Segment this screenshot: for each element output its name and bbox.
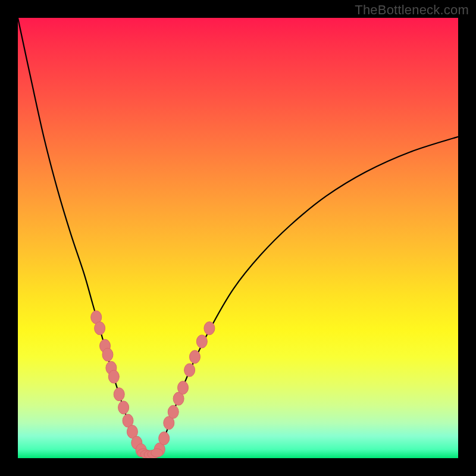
data-marker bbox=[184, 364, 195, 377]
data-marker bbox=[118, 401, 129, 414]
bottom-cluster-markers bbox=[137, 449, 163, 458]
watermark-label: TheBottleneck.com bbox=[355, 2, 469, 18]
data-marker bbox=[151, 449, 163, 457]
right-curve bbox=[154, 137, 458, 458]
data-marker bbox=[204, 322, 215, 335]
outer-frame: TheBottleneck.com bbox=[0, 0, 476, 476]
data-marker bbox=[178, 381, 189, 394]
data-marker bbox=[189, 350, 200, 364]
data-marker bbox=[108, 370, 119, 383]
data-marker bbox=[114, 388, 124, 401]
left-curve bbox=[18, 18, 146, 458]
right-curve-markers bbox=[154, 322, 215, 456]
left-curve-markers bbox=[91, 311, 146, 456]
data-marker bbox=[95, 322, 105, 335]
data-marker bbox=[168, 405, 178, 418]
data-marker bbox=[159, 432, 170, 445]
chart-svg bbox=[18, 18, 458, 458]
plot-area bbox=[18, 18, 458, 458]
data-marker bbox=[102, 348, 113, 361]
data-marker bbox=[196, 335, 207, 348]
